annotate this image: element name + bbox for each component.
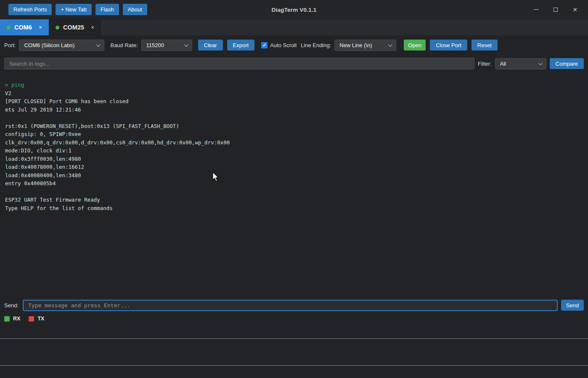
send-label: Send: — [4, 302, 19, 309]
line-ending-select[interactable]: New Line (\n) — [334, 40, 396, 51]
tx-legend-item: TX — [29, 316, 44, 322]
terminal-line: clk_drv:0x00,q_drv:0x00,d_drv:0x00,cs0_d… — [5, 138, 583, 147]
rx-tx-legend: RX TX — [0, 313, 588, 325]
auto-scroll-checkbox[interactable] — [261, 42, 268, 48]
port-status-dot — [7, 26, 11, 29]
chevron-down-icon — [538, 61, 542, 65]
rx-legend-item: RX — [4, 316, 20, 322]
terminal-line: ESP32 UART Test Firmware Ready — [5, 196, 583, 204]
close-button[interactable]: ✕ — [565, 0, 585, 19]
open-port-button[interactable]: Open — [404, 40, 426, 51]
port-select-value: COM6 (Silicon Labs) — [24, 42, 74, 48]
send-button[interactable]: Send — [561, 300, 584, 311]
refresh-ports-button[interactable]: Refresh Ports — [8, 4, 52, 15]
close-port-button[interactable]: Close Port — [430, 40, 467, 51]
tab-bar: COM6 × COM25 × — [0, 19, 588, 35]
line-ending-value: New Line (\n) — [339, 42, 372, 48]
chevron-down-icon — [184, 43, 188, 47]
close-icon: ✕ — [572, 7, 577, 13]
rx-color-swatch — [4, 316, 10, 322]
port-label: Port: — [4, 42, 16, 48]
terminal-line — [5, 188, 583, 196]
minimize-icon — [534, 9, 539, 10]
terminal-line: load:0x40080400,len:3480 — [5, 171, 583, 180]
line-ending-label: Line Ending: — [301, 42, 331, 48]
tab-close-icon[interactable]: × — [90, 24, 95, 31]
terminal-line: Type HELP for the list of commands — [5, 204, 583, 213]
minimize-button[interactable] — [527, 0, 546, 19]
tab-com25[interactable]: COM25 × — [49, 19, 101, 35]
terminal-line — [5, 114, 583, 122]
flash-button[interactable]: Flash — [95, 4, 119, 15]
filter-value: All — [500, 61, 506, 67]
bottom-panel-middle — [0, 339, 588, 365]
tx-label: TX — [37, 316, 44, 322]
new-tab-button[interactable]: + New Tab — [56, 4, 92, 15]
reset-button[interactable]: Reset — [471, 40, 498, 51]
baud-rate-label: Baud Rate: — [110, 42, 138, 48]
terminal-line: mode:DIO, clock div:1 — [5, 146, 583, 155]
send-row: Send: Send — [0, 298, 588, 313]
port-select[interactable]: COM6 (Silicon Labs) — [19, 40, 104, 51]
filter-select[interactable]: All — [495, 58, 546, 69]
search-row: Filter: All Compare — [0, 55, 588, 72]
port-status-dot — [56, 26, 59, 29]
terminal-line: ets Jul 29 2019 12:21:46 — [5, 106, 583, 114]
rx-label: RX — [13, 316, 20, 322]
terminal-line: entry 0x400805b4 — [5, 179, 583, 188]
bottom-panel-upper — [0, 325, 588, 338]
search-input[interactable] — [4, 58, 474, 69]
send-message-input[interactable] — [23, 300, 558, 311]
tab-close-icon[interactable]: × — [38, 24, 43, 31]
connection-toolbar: Port: COM6 (Silicon Labs) Baud Rate: 115… — [0, 35, 588, 55]
window-controls: ✕ — [527, 0, 585, 19]
chevron-down-icon — [388, 43, 392, 47]
terminal-line: configsip: 0, SPIWP:0xee — [5, 130, 583, 138]
filter-label: Filter: — [478, 61, 492, 67]
bottom-panel-lower — [0, 366, 588, 378]
about-button[interactable]: About — [123, 4, 147, 15]
tx-color-swatch — [29, 316, 34, 322]
baud-rate-value: 115200 — [146, 42, 164, 48]
export-button[interactable]: Export — [227, 40, 255, 51]
tab-label: COM6 — [14, 24, 32, 31]
auto-scroll-label: Auto Scroll — [270, 42, 297, 48]
compare-button[interactable]: Compare — [550, 58, 584, 69]
app-title: DiagTerm V0.1.1 — [271, 6, 316, 13]
titlebar: Refresh Ports + New Tab Flash About Diag… — [0, 0, 588, 19]
maximize-button[interactable] — [546, 0, 565, 19]
terminal-log[interactable]: > pingV2[PORT CLOSED] Port COM6 has been… — [0, 72, 588, 298]
maximize-icon — [554, 8, 558, 12]
terminal-line: load:0x3fff0030,len:4980 — [5, 155, 583, 163]
terminal-line: > ping — [5, 81, 583, 89]
baud-rate-select[interactable]: 115200 — [141, 40, 192, 51]
tab-label: COM25 — [63, 24, 84, 31]
terminal-line: load:0x40078000,len:16612 — [5, 163, 583, 171]
terminal-line: V2 — [5, 89, 583, 98]
terminal-line: rst:0x1 (POWERON_RESET),boot:0x13 (SPI_F… — [5, 122, 583, 130]
terminal-line: [PORT CLOSED] Port COM6 has been closed — [5, 97, 583, 106]
clear-button[interactable]: Clear — [198, 40, 223, 51]
tab-com6[interactable]: COM6 × — [0, 19, 49, 35]
chevron-down-icon — [96, 43, 101, 47]
